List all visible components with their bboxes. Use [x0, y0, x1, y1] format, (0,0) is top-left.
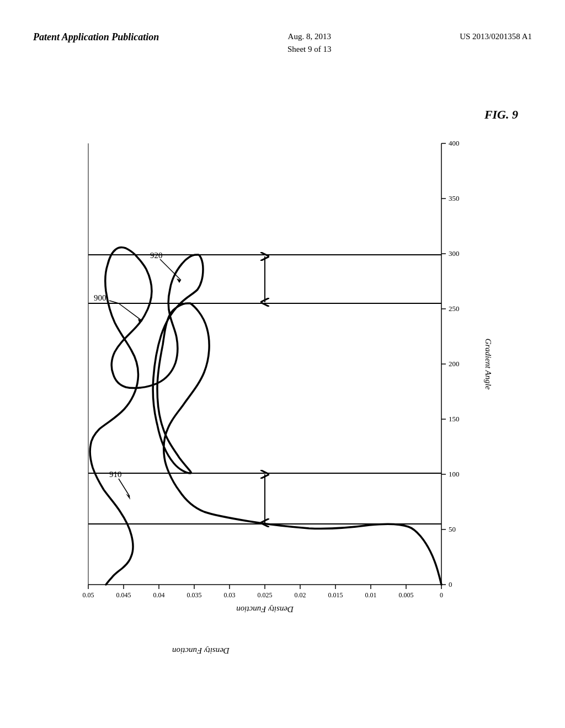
svg-text:0.05: 0.05	[83, 591, 94, 599]
svg-text:0.01: 0.01	[365, 591, 377, 599]
y-axis-label: Gradient Angle	[484, 339, 493, 390]
svg-text:150: 150	[449, 415, 460, 423]
svg-text:0.015: 0.015	[328, 591, 343, 599]
svg-text:400: 400	[449, 139, 460, 147]
svg-text:350: 350	[449, 194, 460, 202]
svg-text:200: 200	[449, 360, 460, 368]
chart-svg: 0 50 100 150 200 250 300 350 400	[44, 132, 497, 640]
x-axis-label-text: Density Function	[172, 646, 230, 655]
annotation-900: 900	[94, 293, 106, 302]
svg-text:0.03: 0.03	[224, 591, 236, 599]
svg-text:0.045: 0.045	[116, 591, 131, 599]
annotation-920: 920	[150, 251, 163, 260]
figure-label: FIG. 9	[484, 108, 518, 122]
svg-text:0.025: 0.025	[258, 591, 273, 599]
header: Patent Application Publication Aug. 8, 2…	[33, 30, 532, 55]
publication-number: US 2013/0201358 A1	[460, 30, 532, 43]
svg-rect-0	[44, 132, 497, 640]
annotation-910: 910	[109, 470, 122, 479]
page: Patent Application Publication Aug. 8, 2…	[0, 0, 565, 728]
svg-text:0: 0	[449, 580, 452, 588]
svg-text:100: 100	[449, 470, 460, 478]
publication-title: Patent Application Publication	[33, 30, 159, 44]
svg-text:300: 300	[449, 249, 460, 258]
svg-text:0.02: 0.02	[295, 591, 306, 599]
publication-date-sheet: Aug. 8, 2013 Sheet 9 of 13	[287, 30, 332, 55]
svg-text:0.04: 0.04	[153, 591, 165, 599]
svg-text:0: 0	[440, 591, 443, 599]
svg-text:0.035: 0.035	[187, 591, 202, 599]
svg-text:250: 250	[449, 304, 460, 313]
svg-text:0.005: 0.005	[399, 591, 414, 599]
x-axis-label: Density Function	[236, 605, 294, 614]
svg-text:50: 50	[449, 525, 456, 533]
